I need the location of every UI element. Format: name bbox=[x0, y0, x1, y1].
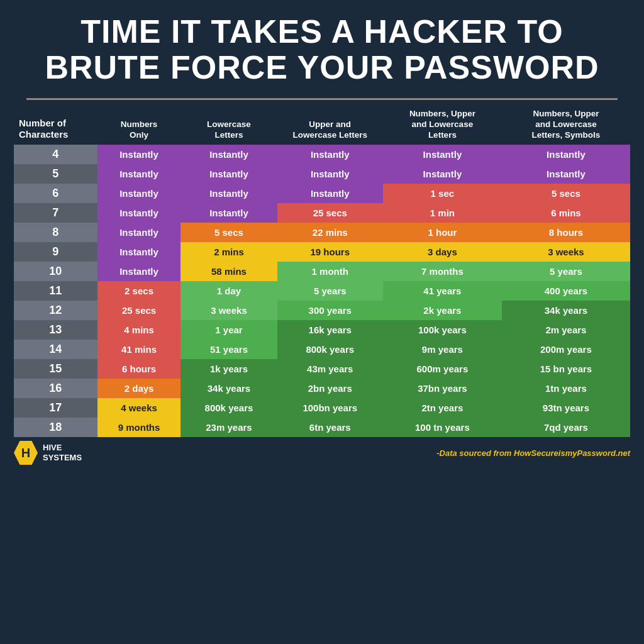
table-row: 1225 secs3 weeks300 years2k years34k yea… bbox=[14, 301, 630, 320]
time-value: 3 weeks bbox=[180, 301, 277, 320]
table-row: 134 mins1 year16k years100k years2m year… bbox=[14, 320, 630, 340]
time-value: 1tn years bbox=[502, 379, 630, 398]
char-count: 16 bbox=[14, 379, 97, 398]
char-count: 5 bbox=[14, 164, 97, 184]
time-value: 2k years bbox=[383, 301, 502, 320]
title-section: TIME IT TAKES A HACKER TO BRUTE FORCE YO… bbox=[0, 0, 644, 92]
time-value: 8 hours bbox=[502, 223, 630, 242]
char-count: 4 bbox=[14, 145, 97, 164]
col-header-all: Numbers, Upperand LowercaseLetters, Symb… bbox=[502, 105, 630, 145]
time-value: 3 days bbox=[383, 242, 502, 262]
time-value: 800k years bbox=[277, 340, 383, 359]
time-value: 200m years bbox=[502, 340, 630, 359]
time-value: 34k years bbox=[180, 379, 277, 398]
time-value: Instantly bbox=[383, 145, 502, 164]
time-value: 1 year bbox=[180, 320, 277, 340]
hive-brand-text: HIVE SYSTEMS bbox=[43, 443, 82, 462]
time-value: 7 months bbox=[383, 262, 502, 281]
password-table: Number ofCharacters NumbersOnly Lowercas… bbox=[14, 105, 630, 437]
time-value: 4 weeks bbox=[97, 398, 181, 418]
table-row: 9Instantly2 mins19 hours3 days3 weeks bbox=[14, 242, 630, 262]
time-value: 2 days bbox=[97, 379, 181, 398]
time-value: Instantly bbox=[97, 223, 181, 242]
char-count: 13 bbox=[14, 320, 97, 340]
time-value: Instantly bbox=[277, 145, 383, 164]
time-value: 1 hour bbox=[383, 223, 502, 242]
time-value: Instantly bbox=[180, 203, 277, 223]
data-source: -Data sourced from HowSecureismyPassword… bbox=[436, 448, 630, 458]
time-value: Instantly bbox=[97, 164, 181, 184]
time-value: 41 years bbox=[383, 281, 502, 301]
col-header-lower: LowercaseLetters bbox=[180, 105, 277, 145]
time-value: 1 sec bbox=[383, 184, 502, 203]
time-value: 22 mins bbox=[277, 223, 383, 242]
time-value: 2tn years bbox=[383, 398, 502, 418]
time-value: 37bn years bbox=[383, 379, 502, 398]
footer: H HIVE SYSTEMS -Data sourced from HowSec… bbox=[14, 441, 630, 465]
time-value: 9m years bbox=[383, 340, 502, 359]
hive-logo: H HIVE SYSTEMS bbox=[14, 441, 82, 465]
char-count: 17 bbox=[14, 398, 97, 418]
char-count: 12 bbox=[14, 301, 97, 320]
table-row: 174 weeks800k years100bn years2tn years9… bbox=[14, 398, 630, 418]
table-body: 4InstantlyInstantlyInstantlyInstantlyIns… bbox=[14, 145, 630, 437]
time-value: 6 mins bbox=[502, 203, 630, 223]
time-value: 5 secs bbox=[502, 184, 630, 203]
time-value: Instantly bbox=[502, 145, 630, 164]
time-value: Instantly bbox=[180, 145, 277, 164]
time-value: Instantly bbox=[502, 164, 630, 184]
time-value: 2m years bbox=[502, 320, 630, 340]
table-row: 8Instantly5 secs22 mins1 hour8 hours bbox=[14, 223, 630, 242]
time-value: 5 years bbox=[502, 262, 630, 281]
table-row: 189 months23m years6tn years100 tn years… bbox=[14, 418, 630, 437]
time-value: 4 mins bbox=[97, 320, 181, 340]
time-value: 6 hours bbox=[97, 359, 181, 379]
divider bbox=[26, 98, 618, 100]
time-value: 58 mins bbox=[180, 262, 277, 281]
time-value: 1 day bbox=[180, 281, 277, 301]
time-value: Instantly bbox=[180, 184, 277, 203]
time-value: 16k years bbox=[277, 320, 383, 340]
col-header-chars: Number ofCharacters bbox=[14, 105, 97, 145]
table-row: 156 hours1k years43m years600m years15 b… bbox=[14, 359, 630, 379]
time-value: 25 secs bbox=[277, 203, 383, 223]
col-header-upper-lower: Upper andLowercase Letters bbox=[277, 105, 383, 145]
time-value: Instantly bbox=[97, 262, 181, 281]
col-header-num-upper-lower: Numbers, Upperand LowercaseLetters bbox=[383, 105, 502, 145]
time-value: 600m years bbox=[383, 359, 502, 379]
time-value: 6tn years bbox=[277, 418, 383, 437]
time-value: Instantly bbox=[97, 184, 181, 203]
time-value: Instantly bbox=[180, 164, 277, 184]
time-value: 3 weeks bbox=[502, 242, 630, 262]
time-value: 100k years bbox=[383, 320, 502, 340]
time-value: Instantly bbox=[97, 145, 181, 164]
char-count: 7 bbox=[14, 203, 97, 223]
char-count: 11 bbox=[14, 281, 97, 301]
table-header-row: Number ofCharacters NumbersOnly Lowercas… bbox=[14, 105, 630, 145]
table-row: 162 days34k years2bn years37bn years1tn … bbox=[14, 379, 630, 398]
char-count: 9 bbox=[14, 242, 97, 262]
time-value: Instantly bbox=[97, 203, 181, 223]
time-value: 15 bn years bbox=[502, 359, 630, 379]
col-header-numbers: NumbersOnly bbox=[97, 105, 181, 145]
time-value: 400 years bbox=[502, 281, 630, 301]
time-value: 100 tn years bbox=[383, 418, 502, 437]
time-value: 51 years bbox=[180, 340, 277, 359]
time-value: 9 months bbox=[97, 418, 181, 437]
time-value: 5 years bbox=[277, 281, 383, 301]
char-count: 15 bbox=[14, 359, 97, 379]
time-value: 7qd years bbox=[502, 418, 630, 437]
time-value: 41 mins bbox=[97, 340, 181, 359]
time-value: 43m years bbox=[277, 359, 383, 379]
time-value: 100bn years bbox=[277, 398, 383, 418]
table-row: 5InstantlyInstantlyInstantlyInstantlyIns… bbox=[14, 164, 630, 184]
char-count: 6 bbox=[14, 184, 97, 203]
table-row: 7InstantlyInstantly25 secs1 min6 mins bbox=[14, 203, 630, 223]
time-value: 1k years bbox=[180, 359, 277, 379]
hive-icon: H bbox=[14, 441, 38, 465]
main-title: TIME IT TAKES A HACKER TO BRUTE FORCE YO… bbox=[19, 14, 625, 86]
table-row: 1441 mins51 years800k years9m years200m … bbox=[14, 340, 630, 359]
time-value: 2 mins bbox=[180, 242, 277, 262]
time-value: 300 years bbox=[277, 301, 383, 320]
char-count: 14 bbox=[14, 340, 97, 359]
